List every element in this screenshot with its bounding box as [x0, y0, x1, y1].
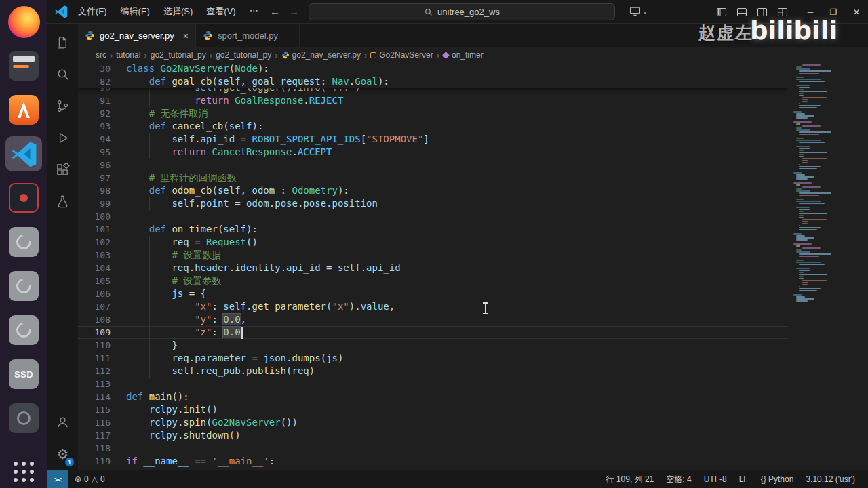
line-number[interactable]: 110 — [78, 339, 111, 352]
monitor-dropdown[interactable]: ⌄ — [629, 5, 648, 17]
toggle-panel-icon[interactable] — [736, 7, 747, 18]
dock-firefox[interactable] — [5, 4, 42, 39]
line-number[interactable]: 98 — [78, 184, 111, 197]
activitybar-testing[interactable] — [47, 186, 78, 218]
tab-go2_nav_server.py[interactable]: go2_nav_server.py× — [78, 24, 196, 47]
menu-item-2[interactable]: 编辑(E) — [115, 3, 156, 20]
line-number[interactable]: 118 — [78, 442, 111, 455]
code-line-96[interactable]: 96 — [78, 159, 868, 171]
line-number[interactable]: 101 — [78, 223, 111, 236]
code-line-104[interactable]: 104 req.header.identity.api_id = self.ap… — [78, 262, 868, 274]
dock-files-app[interactable] — [5, 48, 42, 83]
line-number[interactable]: 115 — [78, 403, 111, 416]
dock-app-placeholder-4[interactable] — [5, 401, 42, 436]
activitybar-settings[interactable]: ⚙1 — [47, 438, 78, 470]
dock-app-placeholder-2[interactable] — [5, 268, 42, 304]
tab-sport_model.py[interactable]: sport_model.py× — [196, 24, 300, 47]
breadcrumb-item-tutorial[interactable]: tutorial — [116, 50, 140, 60]
breadcrumb-item-Go2NavServer[interactable]: Go2NavServer — [370, 50, 433, 60]
status-item-1[interactable]: 行 109, 列 21 — [600, 474, 660, 485]
activitybar-source-control[interactable] — [47, 90, 78, 122]
line-number[interactable]: 91 — [78, 94, 111, 107]
status-item-6[interactable]: 3.10.12 ('usr') — [800, 474, 861, 484]
code-area[interactable]: 91 return GoalResponse.REJECT92 # 无条件取消9… — [78, 94, 868, 470]
code-line-93[interactable]: 93 def cancel_cb(self): — [78, 120, 868, 133]
line-number[interactable]: 82 — [78, 75, 111, 88]
dock-vscode[interactable] — [5, 136, 42, 171]
toggle-sidebar-icon[interactable] — [716, 7, 727, 18]
sticky-line-90[interactable]: 90 self.get_logger().info("...") — [78, 88, 788, 94]
code-line-119[interactable]: 119if __name__ == '__main__': — [78, 455, 868, 468]
line-number[interactable]: 106 — [78, 287, 111, 300]
code-line-107[interactable]: 107 "x": self.get_parameter("x").value, — [78, 300, 868, 313]
code-line-95[interactable]: 95 return CancelResponse.ACCEPT — [78, 146, 868, 159]
sticky-line-30[interactable]: 30class Go2NavServer(Node): — [78, 62, 788, 75]
line-number[interactable]: 117 — [78, 429, 111, 442]
code-line-113[interactable]: 113 — [78, 378, 868, 390]
activitybar-run-debug[interactable] — [47, 122, 78, 154]
line-number[interactable]: 108 — [78, 313, 111, 326]
line-number[interactable]: 99 — [78, 197, 111, 210]
forward-icon[interactable]: → — [289, 5, 299, 17]
line-number[interactable]: 30 — [78, 62, 111, 75]
code-line-103[interactable]: 103 # 设置数据 — [78, 249, 868, 262]
line-number[interactable]: 96 — [78, 159, 111, 171]
line-number[interactable]: 97 — [78, 171, 111, 184]
line-number[interactable]: 105 — [78, 274, 111, 287]
code-line-91[interactable]: 91 return GoalResponse.REJECT — [78, 94, 868, 107]
breadcrumb-item-src[interactable]: src — [96, 50, 106, 60]
minimap[interactable] — [788, 62, 868, 470]
code-line-110[interactable]: 110 } — [78, 339, 868, 352]
code-line-112[interactable]: 112 self.req_pub.publish(req) — [78, 365, 868, 378]
dock-software-app[interactable] — [5, 92, 42, 127]
close-button[interactable]: ✕ — [845, 0, 868, 24]
line-number[interactable]: 107 — [78, 300, 111, 313]
code-line-115[interactable]: 115 rclpy.init() — [78, 403, 868, 416]
dock-ssd-app[interactable]: SSD — [5, 357, 42, 392]
menu-item-4[interactable]: 查看(V) — [200, 3, 241, 20]
line-number[interactable]: 92 — [78, 107, 111, 120]
activitybar-extensions[interactable] — [47, 154, 78, 186]
back-icon[interactable]: ← — [270, 5, 280, 17]
line-number[interactable]: 90 — [78, 88, 111, 94]
code-line-116[interactable]: 116 rclpy.spin(Go2NavServer()) — [78, 416, 868, 429]
status-item-3[interactable]: UTF-8 — [698, 474, 733, 484]
code-line-100[interactable]: 100 — [78, 210, 868, 223]
line-number[interactable]: 93 — [78, 120, 111, 133]
line-number[interactable]: 114 — [78, 390, 111, 403]
code-line-108[interactable]: 108 "y": 0.0, — [78, 313, 868, 326]
activitybar-explorer[interactable] — [47, 26, 78, 58]
status-item-2[interactable]: 空格: 4 — [660, 474, 697, 485]
breadcrumb-item-go2_nav_server.py[interactable]: go2_nav_server.py — [281, 50, 361, 60]
code-line-117[interactable]: 117 rclpy.shutdown() — [78, 429, 868, 442]
code-line-99[interactable]: 99 self.point = odom.pose.pose.position — [78, 197, 868, 210]
line-number[interactable]: 104 — [78, 262, 111, 274]
line-number[interactable]: 112 — [78, 365, 111, 378]
sticky-line-82[interactable]: 82 def goal_cb(self, goal_request: Nav.G… — [78, 75, 788, 88]
dock-app-placeholder-3[interactable] — [5, 312, 42, 348]
line-number[interactable]: 102 — [78, 236, 111, 249]
breadcrumb-item-go2_tutorial_py[interactable]: go2_tutorial_py — [151, 50, 206, 60]
code-line-92[interactable]: 92 # 无条件取消 — [78, 107, 868, 120]
line-number[interactable]: 116 — [78, 416, 111, 429]
line-number[interactable]: 119 — [78, 455, 111, 468]
line-number[interactable]: 95 — [78, 146, 111, 159]
code-line-118[interactable]: 118 — [78, 442, 868, 455]
close-icon[interactable]: × — [183, 30, 189, 41]
status-item-4[interactable]: LF — [733, 474, 755, 484]
line-number[interactable]: 111 — [78, 352, 111, 365]
activitybar-search[interactable] — [47, 58, 78, 90]
code-line-94[interactable]: 94 self.api_id = ROBOT_SPORT_API_IDS["ST… — [78, 133, 868, 146]
line-number[interactable]: 113 — [78, 378, 111, 390]
activitybar-account[interactable] — [47, 406, 78, 438]
menu-item-5[interactable]: ⋯ — [243, 3, 264, 20]
dock-show-apps[interactable] — [5, 453, 42, 488]
code-editor[interactable]: 91 return GoalResponse.REJECT92 # 无条件取消9… — [78, 62, 868, 470]
code-line-111[interactable]: 111 req.parameter = json.dumps(js) — [78, 352, 868, 365]
breadcrumb-item-go2_tutorial_py[interactable]: go2_tutorial_py — [216, 50, 271, 60]
code-line-106[interactable]: 106 js = { — [78, 287, 868, 300]
line-number[interactable]: 103 — [78, 249, 111, 262]
menu-item-1[interactable]: 文件(F) — [72, 3, 113, 20]
code-line-98[interactable]: 98 def odom_cb(self, odom : Odometry): — [78, 184, 868, 197]
code-line-114[interactable]: 114def main(): — [78, 390, 868, 403]
